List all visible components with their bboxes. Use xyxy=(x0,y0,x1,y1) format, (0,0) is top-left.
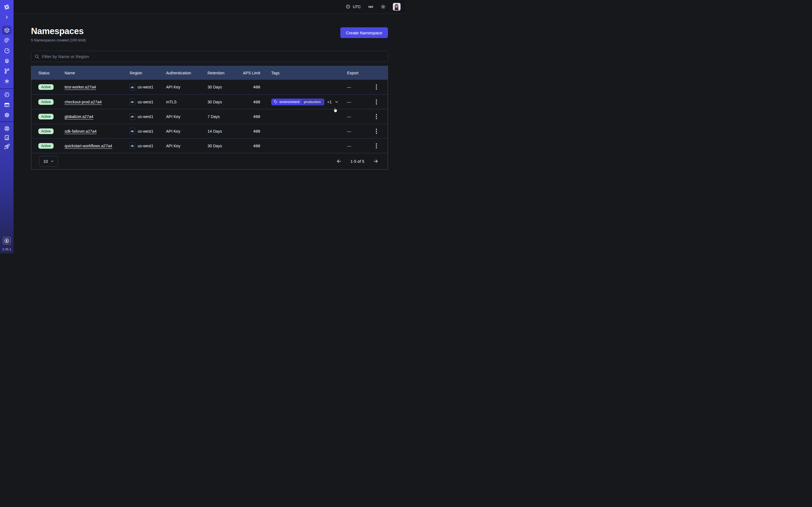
sidebar-item-workflows[interactable] xyxy=(0,35,13,45)
table-row: Active test-worker.a27a4 xyxy=(31,80,388,94)
gear-icon xyxy=(4,112,10,118)
namespace-name-link[interactable]: test-worker.a27a4 xyxy=(64,85,96,89)
main-content: Namespaces 5 Namespaces created (100 lim… xyxy=(31,13,388,170)
namespaces-table: Status Name Region Authentication Retent… xyxy=(31,66,388,170)
auth-method: API Key xyxy=(166,114,207,119)
table-row: Active sdk-failover.a27a4 xyxy=(31,124,388,138)
column-header-region: Region xyxy=(130,71,166,75)
gcp-cloud-icon xyxy=(130,99,135,105)
credits-badge-button[interactable] xyxy=(3,237,11,244)
sidebar-item-support[interactable] xyxy=(0,123,13,133)
tag-overflow-count: +1 xyxy=(327,100,332,104)
status-badge: Active xyxy=(38,84,54,90)
timezone-selector[interactable]: UTC xyxy=(346,4,361,9)
namespace-name-link[interactable]: sdk-failover.a27a4 xyxy=(64,129,97,133)
status-badge: Active xyxy=(38,99,54,105)
page-title: Namespaces xyxy=(31,26,86,36)
asterisk-icon xyxy=(4,78,10,84)
filter-input[interactable] xyxy=(31,51,388,62)
region-label: us-west1 xyxy=(138,114,153,119)
page-size-select[interactable]: 10 xyxy=(39,156,58,167)
namespace-name-link[interactable]: globalizer.a27a4 xyxy=(64,114,93,119)
clock-icon xyxy=(346,4,350,9)
aps-limit-value: 400 xyxy=(240,129,260,133)
credit-card-icon xyxy=(4,102,10,108)
sidebar-item-nexus[interactable] xyxy=(0,66,13,76)
book-sparkle-icon xyxy=(4,135,10,140)
column-header-aps-limit: APS Limit xyxy=(240,71,260,75)
gcp-cloud-icon xyxy=(130,128,135,134)
aps-limit-value: 400 xyxy=(240,85,260,89)
row-actions-kebab-menu[interactable] xyxy=(374,83,378,91)
timer-icon xyxy=(4,48,10,54)
table-header: Status Name Region Authentication Retent… xyxy=(31,66,388,80)
sidebar-item-schedules[interactable] xyxy=(0,46,13,56)
retention-period: 14 Days xyxy=(207,129,240,133)
sidebar-item-billing[interactable] xyxy=(0,100,13,110)
temporal-logo[interactable] xyxy=(0,2,13,12)
column-header-authentication: Authentication xyxy=(166,71,207,75)
user-avatar[interactable] xyxy=(393,3,401,11)
retention-period: 7 Days xyxy=(207,114,240,119)
sidebar-item-settings[interactable] xyxy=(0,110,13,120)
tag-value: production xyxy=(302,100,323,105)
retention-period: 30 Days xyxy=(207,144,240,148)
table-row: Active checkout-prod.a27a4 xyxy=(31,94,388,109)
page-size-value: 10 xyxy=(43,159,48,164)
namespace-name-link[interactable]: quickstart-workflows.a27a4 xyxy=(64,144,112,148)
status-badge: Active xyxy=(38,114,54,119)
status-badge: Active xyxy=(38,128,54,134)
rocket-icon xyxy=(4,144,10,150)
sidebar-item-usage[interactable] xyxy=(0,90,13,100)
theme-toggle-sun-icon[interactable] xyxy=(380,4,386,9)
export-value: — xyxy=(347,129,351,133)
temporal-logo-icon xyxy=(3,4,10,10)
sidebar-item-getting-started[interactable] xyxy=(0,142,13,152)
next-page-button[interactable] xyxy=(373,158,378,164)
row-actions-kebab-menu[interactable] xyxy=(374,98,378,106)
namespace-name-link[interactable]: checkout-prod.a27a4 xyxy=(64,100,102,104)
sidebar-expand-button[interactable] xyxy=(0,12,13,22)
sidebar-divider xyxy=(0,121,13,122)
row-actions-kebab-menu[interactable] xyxy=(374,113,378,120)
region-label: us-west1 xyxy=(138,144,153,148)
sidebar-item-deployments[interactable] xyxy=(0,56,13,66)
table-row: Active globalizer.a27a4 xyxy=(31,109,388,124)
table-body: Active test-worker.a27a4 xyxy=(31,80,388,153)
topbar: UTC xyxy=(13,0,406,13)
badge-dollar-icon xyxy=(4,238,9,243)
namespaces-cube-icon xyxy=(4,27,10,33)
labs-glasses-toggle[interactable] xyxy=(368,4,373,10)
column-header-retention: Retention xyxy=(207,71,240,75)
status-badge: Active xyxy=(38,143,54,149)
export-value: — xyxy=(347,114,351,119)
gcp-cloud-icon xyxy=(130,113,135,120)
retention-period: 30 Days xyxy=(207,85,240,89)
lifebuoy-icon xyxy=(4,126,10,131)
tags-expand-chevron[interactable] xyxy=(335,100,339,104)
namespace-count-subtitle: 5 Namespaces created (100 limit) xyxy=(31,38,86,42)
pagination-bar: 10 1-5 of 5 xyxy=(31,153,388,169)
chevron-right-icon xyxy=(4,15,9,19)
row-actions-kebab-menu[interactable] xyxy=(374,142,378,150)
gcp-cloud-icon xyxy=(130,84,135,91)
sidebar-item-batch-operations[interactable] xyxy=(0,76,13,86)
aps-limit-value: 400 xyxy=(240,114,260,119)
tag-pill[interactable]: environment production xyxy=(271,99,324,105)
sidebar: 2.35.1 xyxy=(0,0,13,253)
timezone-label: UTC xyxy=(353,4,361,9)
region-label: us-west1 xyxy=(138,85,153,89)
region-label: us-west1 xyxy=(138,100,153,104)
row-actions-kebab-menu[interactable] xyxy=(374,128,378,135)
retention-period: 30 Days xyxy=(207,100,240,104)
pagination-range: 1-5 of 5 xyxy=(350,159,364,164)
aps-limit-value: 400 xyxy=(240,144,260,148)
previous-page-button[interactable] xyxy=(336,158,342,164)
create-namespace-button[interactable]: Create Namespace xyxy=(340,27,388,38)
auth-method: API Key xyxy=(166,85,207,89)
sidebar-item-namespaces[interactable] xyxy=(0,25,13,35)
column-header-name: Name xyxy=(64,71,130,75)
column-header-tags: Tags xyxy=(260,71,347,75)
sidebar-item-docs[interactable] xyxy=(0,132,13,143)
tag-key: environment xyxy=(280,100,300,104)
